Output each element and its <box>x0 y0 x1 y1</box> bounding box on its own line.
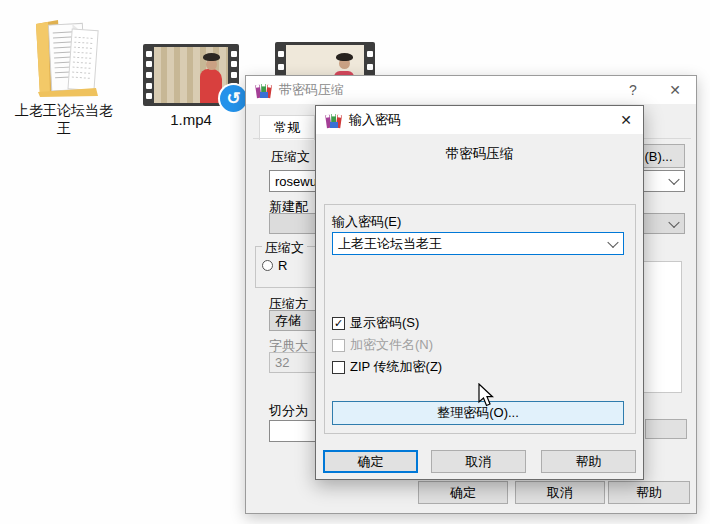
show-password-label: 显示密码(S) <box>350 314 419 332</box>
sync-arrow-icon: ↺ <box>220 85 247 112</box>
help-button[interactable]: 帮助 <box>608 481 690 504</box>
winrar-icon <box>325 111 343 129</box>
help-button[interactable]: 帮助 <box>541 450 636 473</box>
password-value: 上老王论坛当老王 <box>338 235 442 253</box>
help-button[interactable]: ? <box>616 76 650 104</box>
split-label: 切分为 <box>269 402 308 420</box>
password-combo[interactable]: 上老王论坛当老王 <box>332 232 624 255</box>
video1-frame <box>154 47 228 103</box>
cancel-button[interactable]: 取消 <box>515 481 605 504</box>
close-icon[interactable]: ✕ <box>609 106 643 134</box>
folder-label: 上老王论坛当老 王 <box>6 102 122 137</box>
desktop: 上老王论坛当老 王 ↺ 1.mp4 <box>0 0 710 524</box>
folder-icon <box>16 6 112 102</box>
video1-thumbnail: ↺ <box>143 44 239 106</box>
encrypt-filenames-label: 加密文件名(N) <box>350 336 433 354</box>
tab-general[interactable]: 常规 <box>259 115 315 140</box>
archive-name-label: 压缩文 <box>271 148 310 166</box>
checkbox-disabled-icon <box>332 339 345 352</box>
close-icon[interactable]: ✕ <box>658 76 692 104</box>
ok-button[interactable]: 确定 <box>323 450 418 473</box>
compress-dialog-titlebar: 带密码压缩 ? ✕ <box>246 76 696 104</box>
options-panel <box>642 261 682 393</box>
desktop-video1-icon[interactable]: ↺ 1.mp4 <box>143 44 239 130</box>
cancel-button[interactable]: 取消 <box>431 450 526 473</box>
folder-icon-art <box>16 6 112 102</box>
winrar-icon <box>255 81 273 99</box>
filmstrip-left <box>143 44 154 106</box>
password-dialog-titlebar: 输入密码 ✕ <box>316 106 643 134</box>
chevron-down-icon <box>668 216 679 227</box>
archive-name-value: rosewu <box>275 174 317 189</box>
mouse-cursor-icon <box>478 383 496 409</box>
zip-legacy-label: ZIP 传统加密(Z) <box>350 358 442 376</box>
dictionary-value: 32 <box>275 355 289 370</box>
encrypt-filenames-checkbox: 加密文件名(N) <box>332 338 433 352</box>
video1-label: 1.mp4 <box>143 111 239 130</box>
folder-label-line1: 上老王论坛当老 <box>6 102 122 120</box>
desktop-folder-icon[interactable]: 上老王论坛当老 王 <box>6 6 122 137</box>
side-button[interactable] <box>645 419 687 439</box>
format-radio[interactable] <box>262 260 273 271</box>
folder-label-line2: 王 <box>6 120 122 138</box>
method-value: 存储 <box>275 312 301 330</box>
ok-button[interactable]: 确定 <box>418 481 508 504</box>
chevron-down-icon <box>668 174 679 185</box>
checkbox-unchecked-icon[interactable] <box>332 361 345 374</box>
password-dialog: 输入密码 ✕ 带密码压缩 输入密码(E) 上老王论坛当老王 ✓ 显示密码(S) … <box>315 105 644 480</box>
operation-header: 带密码压缩 <box>316 145 643 163</box>
archive-format-group-title: 压缩文 <box>262 239 307 257</box>
password-dialog-title: 输入密码 <box>349 111 401 129</box>
checkbox-checked-icon[interactable]: ✓ <box>332 317 345 330</box>
format-radio-label: R <box>278 258 287 273</box>
chevron-down-icon <box>607 236 618 247</box>
show-password-checkbox[interactable]: ✓ 显示密码(S) <box>332 316 419 330</box>
zip-legacy-checkbox[interactable]: ZIP 传统加密(Z) <box>332 360 442 374</box>
compress-dialog-title: 带密码压缩 <box>279 81 344 99</box>
password-label: 输入密码(E) <box>332 213 401 231</box>
